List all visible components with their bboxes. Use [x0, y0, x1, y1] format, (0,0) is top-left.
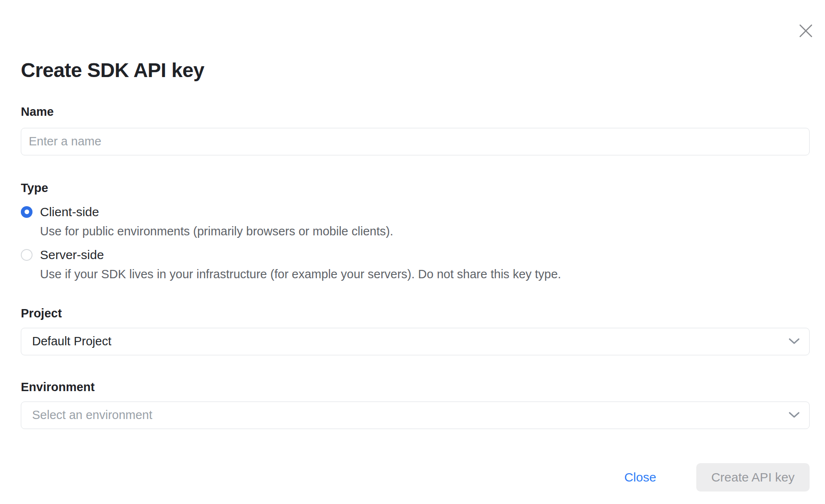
close-button[interactable] — [796, 21, 816, 41]
name-input[interactable] — [21, 128, 810, 155]
radio-option-server-side[interactable]: Server-side — [21, 248, 810, 262]
radio-option-description: Use for public environments (primarily b… — [40, 223, 810, 240]
type-radio-group: Client-side Use for public environments … — [21, 205, 810, 282]
dialog-title: Create SDK API key — [21, 0, 810, 82]
environment-label: Environment — [21, 380, 810, 394]
radio-unselected-icon[interactable] — [21, 249, 32, 261]
environment-select[interactable]: Select an environment — [21, 402, 810, 429]
chevron-down-icon — [788, 338, 800, 345]
project-select-value: Default Project — [32, 334, 111, 348]
radio-option-client-side[interactable]: Client-side — [21, 205, 810, 219]
x-icon — [798, 23, 814, 39]
chevron-down-icon — [788, 412, 800, 419]
create-api-key-button[interactable]: Create API key — [696, 463, 810, 492]
name-label: Name — [21, 105, 810, 119]
environment-select-placeholder: Select an environment — [32, 408, 152, 422]
radio-option-label: Server-side — [40, 248, 104, 262]
project-label: Project — [21, 307, 810, 320]
radio-option-label: Client-side — [40, 205, 99, 219]
close-dialog-button[interactable]: Close — [624, 470, 656, 484]
radio-option-description: Use if your SDK lives in your infrastruc… — [40, 266, 810, 282]
type-label: Type — [21, 181, 810, 195]
project-select[interactable]: Default Project — [21, 328, 810, 355]
dialog-footer: Close Create API key — [21, 463, 810, 492]
create-sdk-api-key-dialog: Create SDK API key Name Type Client-side… — [0, 0, 825, 504]
radio-selected-icon[interactable] — [21, 206, 32, 218]
